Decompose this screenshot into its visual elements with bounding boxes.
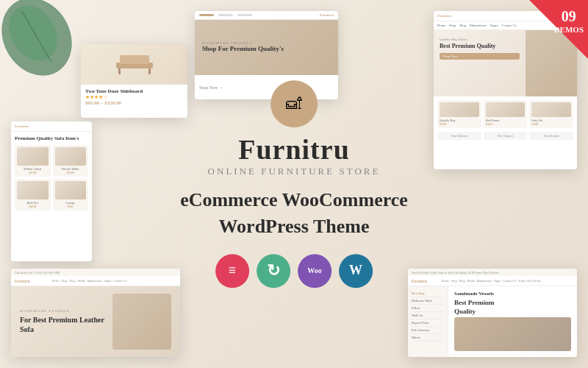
sidebar-item: Bedroom Table xyxy=(412,297,444,305)
footer-item: Easy Returns xyxy=(529,132,573,140)
content-header: Sandmade Vessels xyxy=(448,286,577,299)
hero-title: Shop For Premium Quality's xyxy=(202,45,338,54)
panel-header: Furnitru xyxy=(11,121,92,132)
panel-logo-sm: Furnitru xyxy=(320,13,334,17)
sofa-icon: 🛋 xyxy=(286,94,302,113)
content-subtitle: Quality xyxy=(448,308,577,317)
panel-body: Best Rug Bedroom Table Pillow Wall Art R… xyxy=(408,286,577,357)
product-image xyxy=(17,147,49,166)
product-stars: ★★★★☆ xyxy=(85,94,183,100)
panel-logo: Furnitru xyxy=(15,279,30,283)
sidebar-item: Wall Art xyxy=(412,312,444,319)
product-grid: White Chair $120 Wood Table $220 Bed Set… xyxy=(15,145,88,210)
panel-logo: Furnitru xyxy=(437,14,451,18)
svg-rect-6 xyxy=(148,68,151,74)
footer-item: Safe Delivery xyxy=(437,132,481,140)
list-item: Wood Table $220 xyxy=(53,145,89,177)
product-image xyxy=(486,102,526,117)
brand-center: 🛋 Furnitru Online Furniture Store eComme… xyxy=(180,80,408,288)
list-item: Lamp $65 xyxy=(53,179,89,210)
products-row: Quality Buy $180 Bed Smart $320 Sofa Set… xyxy=(434,96,577,132)
product-image xyxy=(17,181,49,199)
hero-sub: Handmade Vessels xyxy=(20,309,112,313)
panel-nav: Furnitru xyxy=(195,11,338,20)
hero-section: Handmade Vessels For Best Premium Leathe… xyxy=(11,286,180,357)
list-item: Sofa Set $560 xyxy=(529,100,573,128)
panel-product-card: Two Tone Door Sideboard ★★★★☆ $95.00 – $… xyxy=(81,44,187,118)
hero-section: Quality Buy Sofa's Best Premium Quality … xyxy=(434,30,577,96)
panel-bottom-left: Call us live 24/7: (555) 576-546-7888 Fu… xyxy=(11,269,180,357)
panel-logo: Furnitru xyxy=(412,279,427,283)
hero-button: Shop Now xyxy=(440,53,520,60)
content-title: Best Premium xyxy=(448,299,577,308)
panel-bottom-right: Need It Today? Order Time to Stock & Pic… xyxy=(408,269,577,357)
product-price: $95.00 – $320.00 xyxy=(85,100,183,106)
wordpress-icon: W xyxy=(339,254,373,288)
ecommerce-subtitle: WordPress Theme xyxy=(180,214,408,239)
nav-dot-active xyxy=(199,14,214,16)
list-item: Bed Smart $320 xyxy=(484,100,528,128)
ecommerce-title: eCommerce WooCommerce xyxy=(180,188,408,213)
brand-name: Furnitru xyxy=(180,133,408,166)
product-name: Two Tone Door Sideboard xyxy=(85,88,183,94)
tech-icons-row: ≡ ↻ Woo W xyxy=(180,254,408,288)
topbar: Need It Today? Order Time to Stock & Pic… xyxy=(408,269,577,276)
panel-body: Premium Quality Sofa Item's White Chair … xyxy=(11,132,92,214)
product-info: Two Tone Door Sideboard ★★★★☆ $95.00 – $… xyxy=(81,85,187,110)
hero-background: Handmade Travels Shop For Premium Qualit… xyxy=(195,20,338,75)
hero-text: Handmade Vessels For Best Premium Leathe… xyxy=(20,309,112,334)
update-icon: ↻ xyxy=(257,254,290,288)
nav-items: Home · Shop · Blog · Media · Manufacture… xyxy=(442,279,541,283)
demos-badge-text: 09 DEMOS xyxy=(554,7,584,35)
hero-label: Quality Buy Sofa's xyxy=(440,38,520,41)
woocommerce-icon: Woo xyxy=(298,254,331,288)
product-image xyxy=(55,147,87,166)
nav-dot xyxy=(218,14,233,16)
main-content: Sandmade Vessels Best Premium Quality xyxy=(448,286,577,357)
sidebar-item: Report Chair xyxy=(412,319,444,327)
panel-footer: Safe Delivery Free Support Easy Returns xyxy=(434,132,577,144)
panel-left-tall: Furnitru Premium Quality Sofa Item's Whi… xyxy=(11,121,92,261)
elementor-icon: ≡ xyxy=(215,254,249,288)
product-image xyxy=(531,102,571,117)
panel-header: Furnitru Home · Shop · Blog · Media · Ma… xyxy=(408,276,577,286)
svg-rect-4 xyxy=(120,55,149,64)
content-image xyxy=(454,317,571,351)
panel-logo: Furnitru xyxy=(15,124,29,128)
hero-title: Best Premium Quality xyxy=(440,43,520,50)
sidebar-item: Mirror xyxy=(412,334,444,342)
footer-item: Free Support xyxy=(484,132,528,140)
list-item: Quality Buy $180 xyxy=(437,100,481,128)
hero-image xyxy=(112,294,171,350)
product-thumbnail xyxy=(81,44,187,85)
brand-tagline: Online Furniture Store xyxy=(180,166,408,177)
leaf-decoration xyxy=(0,0,81,81)
sidebar-item: Best Rug xyxy=(412,290,444,297)
list-item: Bed Set $450 xyxy=(15,179,51,210)
sidebar-item: File Ottoman xyxy=(412,327,444,334)
svg-rect-5 xyxy=(118,68,121,74)
nav-dot xyxy=(237,14,252,16)
brand-logo: 🛋 xyxy=(270,80,318,127)
list-item: White Chair $120 xyxy=(15,145,51,177)
nav-items: Home · Shop · Blog · Media · Manufacture… xyxy=(52,279,127,283)
topbar: Call us live 24/7: (555) 576-546-7888 xyxy=(11,269,180,276)
sidebar: Best Rug Bedroom Table Pillow Wall Art R… xyxy=(408,286,448,357)
panel-tagline: Premium Quality Sofa Item's xyxy=(15,135,88,142)
product-image xyxy=(55,181,87,199)
sidebar-item: Pillow xyxy=(412,305,444,312)
product-image xyxy=(440,102,479,117)
hero-text: Quality Buy Sofa's Best Premium Quality … xyxy=(434,30,526,96)
panel-header: Furnitru Home · Shop · Blog · Media · Ma… xyxy=(11,276,180,286)
hero-title: For Best Premium Leather Sofa xyxy=(20,315,112,334)
panel-right: Furnitru 👤 ❤ 🛒 Home Shop Blog Manufactur… xyxy=(434,11,577,169)
